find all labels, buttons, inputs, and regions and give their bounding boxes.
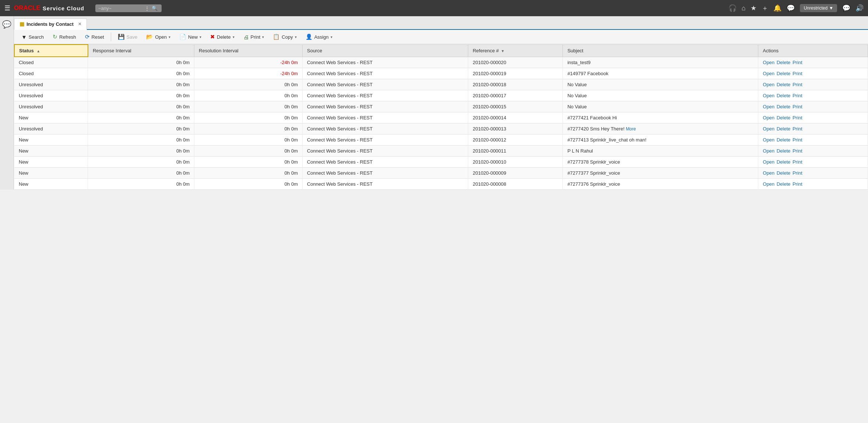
cell-actions: Open Delete Print	[758, 123, 868, 134]
action-print-link[interactable]: Print	[793, 71, 802, 76]
action-print-link[interactable]: Print	[793, 126, 802, 132]
tab-incidents-by-contact[interactable]: ▦ Incidents by Contact ✕	[14, 18, 87, 30]
cell-reference: 201020-000020	[468, 57, 563, 68]
cell-reference: 201020-000014	[468, 112, 563, 123]
action-delete-link[interactable]: Delete	[777, 148, 791, 154]
plus-icon[interactable]: ＋	[762, 4, 768, 13]
action-open-link[interactable]: Open	[763, 159, 775, 165]
action-open-link[interactable]: Open	[763, 104, 775, 109]
col-source[interactable]: Source	[302, 45, 468, 57]
cell-source: Connect Web Services - REST	[302, 112, 468, 123]
cell-response-interval: 0h 0m	[88, 79, 194, 90]
action-open-link[interactable]: Open	[763, 170, 775, 176]
search-more-icon[interactable]: ⋮	[145, 6, 149, 11]
hamburger-icon[interactable]: ☰	[4, 4, 10, 12]
action-print-link[interactable]: Print	[793, 137, 802, 143]
cell-reference: 201020-000015	[468, 101, 563, 112]
action-delete-link[interactable]: Delete	[777, 126, 791, 132]
cell-actions: Open Delete Print	[758, 112, 868, 123]
col-response-interval[interactable]: Response Interval	[88, 45, 194, 57]
reference-dropdown-arrow[interactable]: ▼	[501, 49, 505, 53]
cell-subject: #7277376 Sprinklr_voice	[563, 179, 758, 190]
col-actions: Actions	[758, 45, 868, 57]
action-delete-link[interactable]: Delete	[777, 93, 791, 98]
cell-actions: Open Delete Print	[758, 168, 868, 179]
cell-response-interval: 0h 0m	[88, 157, 194, 168]
action-delete-link[interactable]: Delete	[777, 181, 791, 187]
action-open-link[interactable]: Open	[763, 148, 775, 154]
cell-subject: #7277420 Sms Hey There! More	[563, 123, 758, 134]
cell-response-interval: 0h 0m	[88, 112, 194, 123]
action-delete-link[interactable]: Delete	[777, 137, 791, 143]
search-button[interactable]: ▼ Search	[18, 32, 47, 42]
action-print-link[interactable]: Print	[793, 115, 802, 120]
action-open-link[interactable]: Open	[763, 126, 775, 132]
action-delete-link[interactable]: Delete	[777, 115, 791, 120]
global-search-input[interactable]	[98, 6, 142, 11]
cell-actions: Open Delete Print	[758, 79, 868, 90]
home-icon[interactable]: ⌂	[742, 4, 746, 12]
action-print-link[interactable]: Print	[793, 82, 802, 87]
save-button[interactable]: 💾 Save	[114, 32, 141, 42]
col-subject[interactable]: Subject	[563, 45, 758, 57]
action-open-link[interactable]: Open	[763, 115, 775, 120]
action-open-link[interactable]: Open	[763, 71, 775, 76]
action-print-link[interactable]: Print	[793, 104, 802, 109]
cell-status: Unresolved	[14, 79, 88, 90]
cell-resolution-interval: 0h 0m	[194, 79, 303, 90]
action-open-link[interactable]: Open	[763, 60, 775, 65]
headset-icon[interactable]: 🎧	[728, 4, 737, 12]
chat-icon-2[interactable]: 💬	[842, 4, 850, 12]
main-content: ▦ Incidents by Contact ✕ ▼ Search ↻ Refr…	[14, 16, 868, 190]
col-resolution-interval[interactable]: Resolution Interval	[194, 45, 303, 57]
action-delete-link[interactable]: Delete	[777, 159, 791, 165]
action-open-link[interactable]: Open	[763, 82, 775, 87]
action-print-link[interactable]: Print	[793, 148, 802, 154]
action-open-link[interactable]: Open	[763, 181, 775, 187]
action-print-link[interactable]: Print	[793, 159, 802, 165]
cell-response-interval: 0h 0m	[88, 90, 194, 101]
search-icon[interactable]: 🔍	[152, 6, 158, 11]
action-delete-link[interactable]: Delete	[777, 170, 791, 176]
more-link[interactable]: More	[626, 126, 636, 132]
print-button[interactable]: 🖨 Print ▾	[240, 32, 268, 42]
action-open-link[interactable]: Open	[763, 137, 775, 143]
cell-source: Connect Web Services - REST	[302, 157, 468, 168]
copy-button[interactable]: 📋 Copy ▾	[269, 32, 300, 42]
reset-btn-label: Reset	[92, 34, 104, 40]
cell-subject: insta_test9	[563, 57, 758, 68]
open-button[interactable]: 📂 Open ▾	[142, 32, 174, 42]
tab-close-icon[interactable]: ✕	[78, 22, 81, 27]
global-search-bar[interactable]: ⋮ 🔍	[95, 4, 162, 12]
action-print-link[interactable]: Print	[793, 60, 802, 65]
action-delete-link[interactable]: Delete	[777, 104, 791, 109]
cell-source: Connect Web Services - REST	[302, 123, 468, 134]
chat-bubble-icon[interactable]: 💬	[787, 4, 795, 12]
col-reference[interactable]: Reference # ▼	[468, 45, 563, 57]
action-delete-link[interactable]: Delete	[777, 71, 791, 76]
unrestricted-button[interactable]: Unrestricted ▼	[800, 4, 837, 12]
action-print-link[interactable]: Print	[793, 170, 802, 176]
open-btn-icon: 📂	[146, 34, 153, 40]
action-delete-link[interactable]: Delete	[777, 82, 791, 87]
cell-status: New	[14, 168, 88, 179]
table-row: New 0h 0m 0h 0m Connect Web Services - R…	[14, 146, 868, 157]
action-delete-link[interactable]: Delete	[777, 60, 791, 65]
cell-actions: Open Delete Print	[758, 179, 868, 190]
volume-icon[interactable]: 🔊	[855, 4, 864, 12]
refresh-button[interactable]: ↻ Refresh	[49, 32, 80, 42]
assign-button[interactable]: 👤 Assign ▾	[302, 32, 336, 42]
action-print-link[interactable]: Print	[793, 181, 802, 187]
delete-button[interactable]: ✖ Delete ▾	[207, 32, 238, 42]
bell-icon[interactable]: 🔔	[773, 4, 781, 12]
action-open-link[interactable]: Open	[763, 93, 775, 98]
cell-subject: No Value	[563, 79, 758, 90]
reset-button[interactable]: ⟳ Reset	[81, 32, 108, 42]
new-button[interactable]: 📄 New ▾	[176, 32, 205, 42]
action-print-link[interactable]: Print	[793, 93, 802, 98]
star-icon[interactable]: ★	[751, 4, 756, 12]
cell-resolution-interval: 0h 0m	[194, 179, 303, 190]
sidebar-chat-icon[interactable]: 💬	[2, 20, 11, 29]
col-status[interactable]: Status ▲	[14, 45, 88, 57]
open-btn-label: Open	[155, 34, 167, 40]
